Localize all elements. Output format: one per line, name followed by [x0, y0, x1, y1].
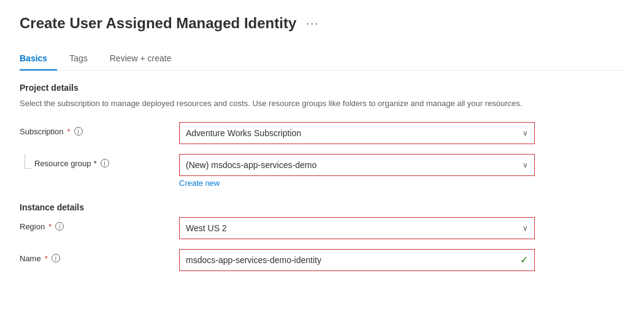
- subscription-label: Subscription: [20, 127, 64, 136]
- subscription-input-col: Adventure Works Subscription ∨: [179, 122, 624, 144]
- subscription-chevron-icon: ∨: [523, 129, 528, 137]
- tab-tags[interactable]: Tags: [69, 47, 98, 71]
- region-info-icon[interactable]: i: [55, 222, 64, 231]
- subscription-info-icon[interactable]: i: [74, 127, 83, 136]
- tabs-container: Basics Tags Review + create: [20, 47, 624, 71]
- region-label-col: Region * i: [20, 217, 179, 231]
- tab-basics[interactable]: Basics: [20, 47, 57, 71]
- connector-lines: [25, 154, 32, 169]
- tab-review-create[interactable]: Review + create: [110, 47, 182, 71]
- resource-group-label-group: Resource group * i: [34, 154, 109, 168]
- resource-group-row: Resource group * i (New) msdocs-app-serv…: [20, 154, 624, 188]
- resource-group-input-col: (New) msdocs-app-services-demo ∨ Create …: [179, 154, 624, 188]
- resource-group-label: Resource group: [34, 159, 91, 168]
- ellipsis-button[interactable]: ···: [302, 16, 323, 31]
- project-details-description: Select the subscription to manage deploy…: [20, 98, 523, 110]
- subscription-dropdown[interactable]: Adventure Works Subscription ∨: [179, 122, 535, 144]
- resource-group-dropdown-value: (New) msdocs-app-services-demo: [186, 160, 316, 170]
- region-dropdown-value: West US 2: [186, 223, 227, 233]
- region-chevron-icon: ∨: [523, 224, 528, 232]
- region-row: Region * i West US 2 ∨: [20, 217, 624, 239]
- subscription-row: Subscription * i Adventure Works Subscri…: [20, 122, 624, 144]
- subscription-required: *: [67, 127, 71, 136]
- name-checkmark-icon: ✓: [520, 254, 528, 266]
- resource-group-chevron-icon: ∨: [523, 161, 528, 169]
- name-input-value: msdocs-app-services-demo-identity: [186, 255, 321, 265]
- instance-details-heading: Instance details: [20, 202, 624, 212]
- name-info-icon[interactable]: i: [52, 254, 60, 263]
- name-input-col: msdocs-app-services-demo-identity ✓: [179, 249, 624, 271]
- resource-group-label-col: Resource group * i: [20, 154, 179, 169]
- instance-details-section: Instance details Region * i West US 2 ∨ …: [20, 202, 624, 271]
- name-label-col: Name * i: [20, 249, 179, 263]
- name-required: *: [45, 254, 48, 263]
- region-input-col: West US 2 ∨: [179, 217, 624, 239]
- create-new-link[interactable]: Create new: [179, 178, 624, 188]
- name-row: Name * i msdocs-app-services-demo-identi…: [20, 249, 624, 271]
- name-input[interactable]: msdocs-app-services-demo-identity ✓: [179, 249, 535, 271]
- region-required: *: [48, 222, 52, 231]
- project-details-section: Project details Select the subscription …: [20, 83, 624, 188]
- resource-group-dropdown[interactable]: (New) msdocs-app-services-demo ∨: [179, 154, 535, 176]
- page-title-row: Create User Assigned Managed Identity ··…: [20, 15, 624, 32]
- region-label: Region: [20, 222, 45, 231]
- subscription-dropdown-value: Adventure Works Subscription: [186, 128, 301, 138]
- name-label: Name: [20, 254, 41, 263]
- page-title: Create User Assigned Managed Identity: [20, 15, 296, 32]
- region-dropdown[interactable]: West US 2 ∨: [179, 217, 535, 239]
- resource-group-required: *: [94, 159, 97, 168]
- resource-group-info-icon[interactable]: i: [101, 159, 109, 167]
- subscription-label-col: Subscription * i: [20, 122, 179, 136]
- project-details-heading: Project details: [20, 83, 624, 93]
- connector-l-shape: [25, 154, 32, 169]
